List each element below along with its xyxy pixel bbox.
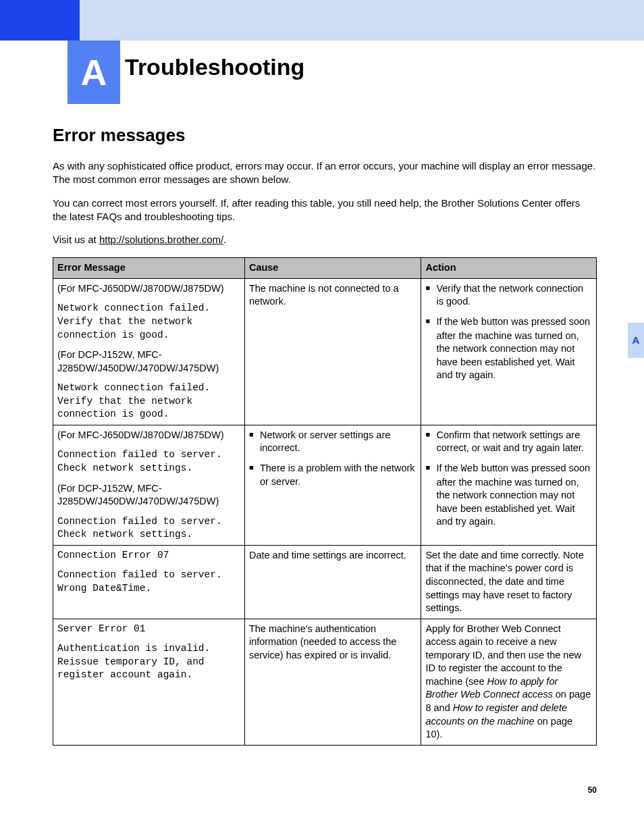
solutions-link[interactable]: http://solutions.brother.com/ [99,234,223,245]
chapter-title: Troubleshooting [125,54,304,80]
error-code: Connection failed to server. Check netwo… [57,448,240,475]
cause-bullet: There is a problem with the network or s… [249,462,417,488]
action-text: Set the date and time correctly. Note th… [425,550,583,613]
table-row: (For MFC-J650DW/J870DW/J875DW) Connectio… [53,425,597,545]
th-action: Action [421,258,597,279]
page-content: Error messages As with any sophisticated… [53,125,597,746]
action-text: If the [436,316,460,327]
header-band-accent [0,0,80,41]
error-code: Connection failed to server. Wrong Date&… [57,569,240,595]
page-number: 50 [588,785,597,795]
table-row: Connection Error 07 Connection failed to… [53,545,597,619]
cell-cause: The machine is not connected to a networ… [244,278,421,425]
side-tab: A [628,323,644,358]
visit-paragraph: Visit us at http://solutions.brother.com… [53,233,597,246]
cell-error-message: Server Error 01 Authentication is invali… [53,619,245,745]
cell-action: Verify that the network connection is go… [421,278,597,425]
model-label: (For DCP-J152W, MFC-J285DW/J450DW/J470DW… [57,348,240,375]
cause-text: Date and time settings are incorrect. [249,550,406,561]
th-error-message: Error Message [53,258,245,279]
table-row: (For MFC-J650DW/J870DW/J875DW) Network c… [53,278,597,425]
th-cause: Cause [244,258,421,279]
error-code: Authentication is invalid. Reissue tempo… [57,642,240,682]
error-code: Network connection failed. Verify that t… [57,382,240,421]
cause-text: The machine is not connected to a networ… [249,283,399,307]
model-label: (For MFC-J650DW/J870DW/J875DW) [57,282,240,296]
cell-cause: The machine's authentication information… [244,619,421,745]
section-heading: Error messages [53,125,597,146]
table-header-row: Error Message Cause Action [53,258,597,279]
cell-error-message: (For MFC-J650DW/J870DW/J875DW) Network c… [53,278,245,425]
error-code: Connection failed to server. Check netwo… [57,515,240,542]
web-button-label: Web [461,463,479,474]
web-button-label: Web [461,317,479,328]
error-code: Network connection failed. Verify that t… [57,302,240,342]
cell-action: Apply for Brother Web Connect access aga… [421,619,597,745]
error-code: Connection Error 07 [57,549,240,563]
action-text: If the [436,463,460,473]
visit-suffix: . [223,234,226,245]
cause-bullet: Network or server settings are incorrect… [249,429,417,455]
error-table: Error Message Cause Action (For MFC-J650… [53,257,597,745]
model-label: (For DCP-J152W, MFC-J285DW/J450DW/J470DW… [57,482,240,509]
intro-paragraph-2: You can correct most errors yourself. If… [53,197,597,224]
visit-prefix: Visit us at [53,234,99,245]
table-row: Server Error 01 Authentication is invali… [53,619,597,745]
cell-cause: Network or server settings are incorrect… [244,425,421,545]
cause-text: The machine's authentication information… [249,623,396,660]
cell-cause: Date and time settings are incorrect. [244,545,421,619]
cell-action: Set the date and time correctly. Note th… [421,545,597,619]
cell-error-message: Connection Error 07 Connection failed to… [53,545,245,619]
error-code: Server Error 01 [57,623,240,636]
cell-error-message: (For MFC-J650DW/J870DW/J875DW) Connectio… [53,425,245,545]
appendix-badge: A [68,41,120,104]
cell-action: Confirm that network settings are correc… [421,425,597,545]
action-bullet: If the Web button was pressed soon after… [425,462,592,529]
action-bullet: Confirm that network settings are correc… [425,429,592,455]
model-label: (For MFC-J650DW/J870DW/J875DW) [57,429,240,442]
header-band [0,0,644,41]
action-bullet: If the Web button was pressed soon after… [425,315,592,382]
action-bullet: Verify that the network connection is go… [425,282,592,309]
intro-paragraph-1: As with any sophisticated office product… [53,159,597,187]
